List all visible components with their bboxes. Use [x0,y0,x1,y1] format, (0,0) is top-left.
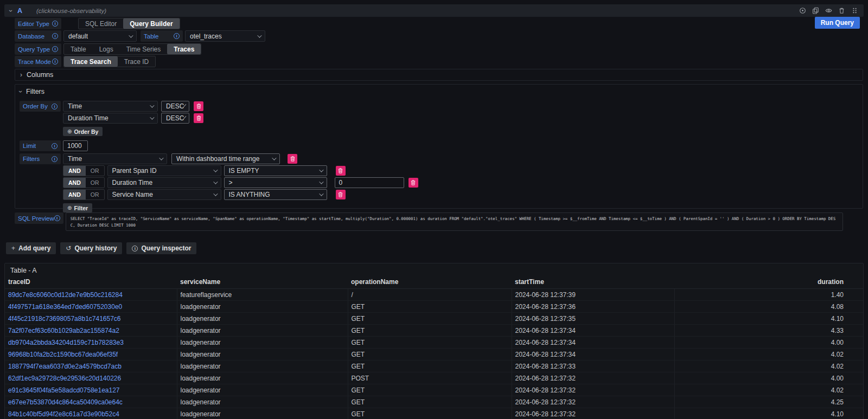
conjunction-toggle: AND OR [63,177,105,188]
cell-traceID: 62df1ec9a29728c9e29536c20d140226 [5,372,177,384]
trace-id-link[interactable]: 96968b10fa2b2c1590bc67dea06ef35f [8,351,118,358]
limit-label: Limit i [20,140,61,151]
trace-id-link[interactable]: 4f497571a618e364ed7ded60752030e0 [8,303,122,311]
query-row-header[interactable]: › A (clickhouse-observability) [4,4,864,17]
order-by-direction-select[interactable]: DESC [161,113,189,124]
info-icon[interactable]: i [52,46,58,52]
or-option[interactable]: OR [86,178,104,188]
chevron-down-icon [213,167,218,172]
trace-id-link[interactable]: e91c3645f04fa5e58adcd0758e1ea127 [8,386,120,394]
add-order-by-button[interactable]: ⊕ Order By [63,127,103,136]
tab-trace-search[interactable]: Trace Search [64,56,118,67]
info-icon[interactable]: i [52,143,58,149]
trace-id-link[interactable]: 4f45c21918c73698057a8b1c741657c6 [8,315,121,323]
cell-operationName: GET [348,337,512,349]
duplicate-query-icon[interactable] [812,7,819,14]
filter-field-select[interactable]: Service Name [107,189,221,200]
info-icon[interactable]: i [52,33,58,39]
record-icon[interactable] [799,7,806,14]
column-header-traceid[interactable]: traceID [5,276,177,289]
cell-serviceName: loadgenerator [177,408,348,419]
chevron-down-icon [319,191,323,196]
add-filter-button[interactable]: ⊕ Filter [63,203,92,212]
remove-query-icon[interactable] [838,7,845,14]
query-history-button[interactable]: ↺ Query history [60,242,122,254]
filter-field-select[interactable]: Time [63,153,167,164]
filters-section-header[interactable]: › Filters [20,88,858,95]
cell-startTime: 2024-06-28 12:37:36 [512,301,674,313]
or-option[interactable]: OR [86,190,104,199]
trace-id-link[interactable]: 84b1c40bf5d94f2e8c61a7d3e90b52c4 [8,410,119,418]
column-header-starttime[interactable]: startTime [512,276,674,289]
tab-table[interactable]: Table [64,44,93,54]
editor-type-label: Editor Type i [15,18,61,29]
chevron-down-icon [129,33,133,37]
column-header-duration[interactable]: duration [674,276,863,289]
order-by-field-select[interactable]: Time [63,101,158,112]
plus-circle-icon: ⊕ [67,128,72,134]
drag-handle-icon[interactable] [851,7,858,14]
table-row: e67ee7b53870d4c864ca50409ca0e64cloadgene… [5,396,863,408]
and-option[interactable]: AND [63,166,86,176]
tab-traces[interactable]: Traces [167,44,201,54]
order-by-field-select[interactable]: Duration Time [63,113,158,124]
table-select[interactable]: otel_traces [185,30,265,42]
and-option[interactable]: AND [63,190,86,199]
editor-type-row: Editor Type i SQL Editor Query Builder [15,18,863,29]
sql-preview-label: SQL Preview i [15,212,63,224]
column-header-servicename[interactable]: serviceName [177,276,348,289]
remove-filter-button[interactable] [409,178,418,188]
order-by-group: Order By i Time DESC [20,101,858,139]
query-ref-id: A [17,7,22,15]
column-header-operationname[interactable]: operationName [348,276,512,289]
remove-filter-button[interactable] [288,154,297,164]
remove-filter-button[interactable] [336,166,346,176]
order-by-direction-select[interactable]: DESC [161,101,189,112]
filter-field-select[interactable]: Parent Span ID [107,165,221,176]
filter-operator-select[interactable]: Within dashboard time range [171,153,280,164]
info-icon[interactable]: i [52,59,58,65]
tab-time-series[interactable]: Time Series [120,44,168,54]
trace-id-link[interactable]: 62df1ec9a29728c9e29536c20d140226 [8,375,121,382]
tab-query-builder[interactable]: Query Builder [123,18,179,29]
tab-logs[interactable]: Logs [93,44,120,54]
filter-operator-select[interactable]: > [224,177,327,188]
remove-order-by-button[interactable] [194,101,203,111]
filter-field-select[interactable]: Duration Time [107,177,221,188]
and-option[interactable]: AND [63,178,86,188]
info-icon[interactable]: i [54,215,60,221]
chevron-down-icon[interactable]: › [8,10,14,12]
table-row: 84b1c40bf5d94f2e8c61a7d3e90b52c4loadgene… [5,408,863,419]
database-select[interactable]: default [63,30,137,42]
info-icon[interactable]: i [52,104,58,109]
chevron-right-icon: › [20,72,22,78]
tab-trace-id[interactable]: Trace ID [118,56,156,67]
trace-id-link[interactable]: 89dc7e8c6060c0d12de7e9b50c216284 [8,291,123,299]
cell-operationName: / [348,289,512,301]
remove-filter-button[interactable] [336,190,346,199]
query-inspector-button[interactable]: i Query inspector [126,242,196,254]
trace-id-link[interactable]: db9704a2bbda34204d159c71b78283e3 [8,339,124,346]
remove-order-by-button[interactable] [194,113,203,123]
columns-section[interactable]: › Columns [15,69,863,81]
info-icon[interactable]: i [52,156,58,162]
cell-startTime: 2024-06-28 12:37:32 [512,408,674,419]
table-row: e91c3645f04fa5e58adcd0758e1ea127loadgene… [5,384,863,396]
or-option[interactable]: OR [86,166,104,176]
trace-id-link[interactable]: e67ee7b53870d4c864ca50409ca0e64c [8,398,123,406]
limit-input[interactable]: 1000 [63,140,88,151]
panel-title[interactable]: Table - A [5,263,42,276]
hide-response-icon[interactable] [825,7,832,14]
tab-sql-editor[interactable]: SQL Editor [79,18,123,29]
filters-group: Filters i Time Within dashboard time ran… [20,153,858,212]
cell-operationName: POST [348,372,512,384]
info-icon[interactable]: i [52,21,58,27]
query-type-row: Query Type i Table Logs Time Series Trac… [15,43,863,55]
filter-value-input[interactable]: 0 [335,177,404,188]
info-icon[interactable]: i [174,33,180,39]
add-query-button[interactable]: + Add query [6,242,56,254]
filter-operator-select[interactable]: IS EMPTY [224,165,327,176]
trace-id-link[interactable]: 1887794f7eaa6037d0e2a4579bcd7acb [8,363,122,370]
filter-operator-select[interactable]: IS ANYTHING [224,189,327,200]
trace-id-link[interactable]: 7a2f07ecf63c60b1029ab2ac155874a2 [8,327,119,334]
